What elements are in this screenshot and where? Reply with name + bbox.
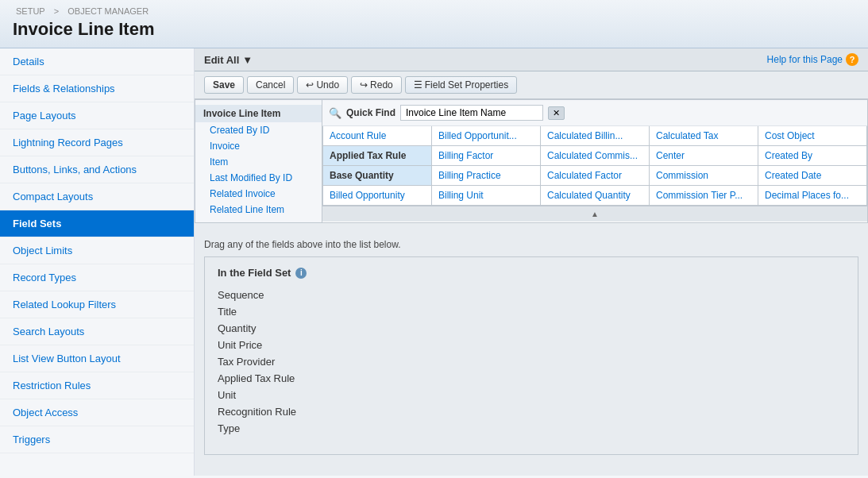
field-grid-wrapper: 🔍 Quick Find ✕ Account RuleBilled Opport… [322,100,867,222]
field-cell[interactable]: Calculated Commis... [541,146,650,166]
field-set-title: In the Field Set [218,267,291,279]
field-set-item[interactable]: Recognition Rule [218,403,845,420]
field-cell[interactable]: Created By [758,146,867,166]
field-grid: Account RuleBilled Opportunit...Calculat… [322,126,867,206]
redo-label: Redo [370,79,393,91]
sidebar-item-details[interactable]: Details [0,48,194,75]
sidebar-item-buttons-links-actions[interactable]: Buttons, Links, and Actions [0,156,194,183]
sidebar-item-object-limits[interactable]: Object Limits [0,237,194,264]
field-set-box: In the Field Set i SequenceTitleQuantity… [204,256,858,455]
tree-sub-related-line-item[interactable]: Related Line Item [195,202,322,218]
scrollbar-row[interactable]: ▲ [322,206,867,222]
page-title: Invoice Line Item [13,19,855,40]
redo-button[interactable]: ↪ Redo [351,76,402,94]
quick-find-row: 🔍 Quick Find ✕ [322,100,867,126]
quick-find-label: Quick Find [346,107,395,118]
field-selector-area: Invoice Line Item Created By ID Invoice … [195,99,868,223]
save-button[interactable]: Save [204,76,244,94]
field-set-header: In the Field Set i [218,267,845,279]
field-set-item[interactable]: Applied Tax Rule [218,370,845,387]
sidebar-item-page-layouts[interactable]: Page Layouts [0,102,194,129]
edit-all-label-text: Edit All [204,54,239,66]
field-set-item[interactable]: Tax Provider [218,353,845,370]
field-cell[interactable]: Created Date [758,166,867,186]
sidebar-item-field-sets[interactable]: Field Sets [0,210,194,237]
help-icon: ? [846,53,858,66]
redo-icon: ↪ [360,79,368,91]
sidebar-item-compact-layouts[interactable]: Compact Layouts [0,183,194,210]
undo-label: Undo [316,79,339,91]
breadcrumb: SETUP > OBJECT MANAGER [13,6,855,16]
field-cell[interactable]: Billed Opportunit... [432,126,541,146]
field-cell[interactable]: Base Quantity [323,166,432,186]
field-set-item[interactable]: Quantity [218,320,845,337]
breadcrumb-separator: > [54,6,59,16]
main-content: Edit All ▼ Help for this Page ? Save Can… [195,48,868,476]
undo-icon: ↩ [306,79,314,91]
cancel-button[interactable]: Cancel [247,76,294,94]
field-cell[interactable]: Calculated Quantity [541,186,650,206]
tree-sub-item[interactable]: Item [195,154,322,170]
edit-all-bar: Edit All ▼ Help for this Page ? [195,48,868,71]
field-set-items: SequenceTitleQuantityUnit PriceTax Provi… [218,287,845,437]
field-set-item[interactable]: Title [218,303,845,320]
field-cell[interactable]: Billed Opportunity [323,186,432,206]
layout: Details Fields & Relationships Page Layo… [0,48,868,476]
field-set-item[interactable]: Sequence [218,287,845,303]
field-set-item[interactable]: Unit [218,387,845,403]
breadcrumb-setup[interactable]: SETUP [16,6,45,16]
quick-find-clear-button[interactable]: ✕ [548,106,565,120]
search-icon: 🔍 [329,107,341,119]
field-cell[interactable]: Center [650,146,758,166]
edit-all-dropdown-icon: ▼ [242,54,253,66]
sidebar-item-lightning-record-pages[interactable]: Lightning Record Pages [0,129,194,156]
field-set-properties-button[interactable]: ☰ Field Set Properties [405,76,517,94]
field-cell[interactable]: Applied Tax Rule [323,146,432,166]
field-cell[interactable]: Commission Tier P... [650,186,758,206]
toolbar: Save Cancel ↩ Undo ↪ Redo ☰ Field Set Pr… [195,71,868,99]
sidebar-item-related-lookup-filters[interactable]: Related Lookup Filters [0,291,194,318]
tree-sub-invoice[interactable]: Invoice [195,138,322,154]
content-wrapper: Drag any of the fields above into the li… [195,229,868,465]
breadcrumb-object-manager[interactable]: OBJECT MANAGER [68,6,149,16]
sidebar-item-restriction-rules[interactable]: Restriction Rules [0,372,194,399]
drag-instruction: Drag any of the fields above into the li… [204,239,858,250]
field-cell[interactable]: Billing Unit [432,186,541,206]
field-cell[interactable]: Billing Factor [432,146,541,166]
field-set-icon: ☰ [414,79,422,91]
object-tree: Invoice Line Item Created By ID Invoice … [195,100,322,222]
sidebar-item-triggers[interactable]: Triggers [0,426,194,453]
edit-all-button[interactable]: Edit All ▼ [204,54,253,66]
sidebar: Details Fields & Relationships Page Layo… [0,48,195,476]
tree-sub-related-invoice[interactable]: Related Invoice [195,186,322,202]
sidebar-item-record-types[interactable]: Record Types [0,264,194,291]
tree-root[interactable]: Invoice Line Item [195,105,322,122]
field-cell[interactable]: Commission [650,166,758,186]
scroll-up-icon[interactable]: ▲ [591,210,599,218]
field-cell[interactable]: Calculated Tax [650,126,758,146]
tree-sub-last-modified-by-id[interactable]: Last Modified By ID [195,170,322,186]
sidebar-item-search-layouts[interactable]: Search Layouts [0,318,194,345]
sidebar-item-list-view-button-layout[interactable]: List View Button Layout [0,345,194,372]
field-cell[interactable]: Billing Practice [432,166,541,186]
sidebar-item-object-access[interactable]: Object Access [0,399,194,426]
field-set-item[interactable]: Unit Price [218,337,845,353]
undo-button[interactable]: ↩ Undo [297,76,348,94]
sidebar-item-fields-relationships[interactable]: Fields & Relationships [0,75,194,102]
info-icon[interactable]: i [295,268,307,279]
quick-find-input[interactable] [400,105,543,121]
help-link[interactable]: Help for this Page ? [767,53,858,66]
field-cell[interactable]: Decimal Places fo... [758,186,867,206]
field-set-item[interactable]: Type [218,420,845,437]
field-cell[interactable]: Calculated Factor [541,166,650,186]
tree-sub-created-by-id[interactable]: Created By ID [195,122,322,138]
help-link-text: Help for this Page [767,54,843,65]
field-cell[interactable]: Account Rule [323,126,432,146]
header: SETUP > OBJECT MANAGER Invoice Line Item [0,0,868,48]
field-set-properties-label: Field Set Properties [425,79,508,91]
field-cell[interactable]: Calculated Billin... [541,126,650,146]
field-cell[interactable]: Cost Object [758,126,867,146]
